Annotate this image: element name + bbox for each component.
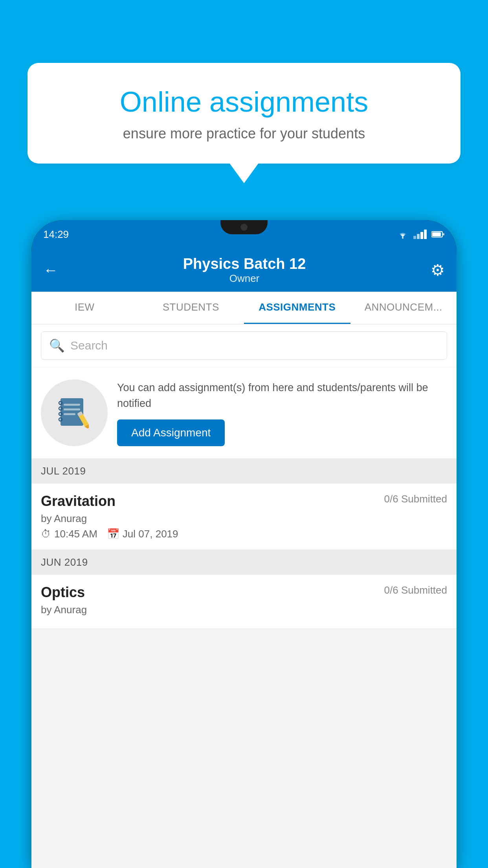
svg-rect-2: [432, 232, 441, 236]
assignment-time: 10:45 AM: [54, 528, 97, 540]
assignment-time-item: ⏱ 10:45 AM: [41, 528, 97, 540]
assignment-row-top-optics: Optics 0/6 Submitted: [41, 584, 447, 601]
assignment-row-top: Gravitation 0/6 Submitted: [41, 493, 447, 509]
phone-frame: 14:29: [31, 220, 457, 868]
assignment-submitted-optics: 0/6 Submitted: [384, 584, 447, 596]
signal-bar-2: [417, 234, 420, 239]
svg-point-0: [402, 237, 404, 239]
svg-rect-7: [64, 413, 75, 415]
bubble-title: Online assignments: [55, 86, 433, 118]
clock-icon: ⏱: [41, 528, 51, 540]
assignment-date: Jul 07, 2019: [123, 528, 178, 540]
signal-bars: [413, 230, 427, 239]
settings-button[interactable]: ⚙: [431, 261, 445, 279]
assignment-date-item: 📅 Jul 07, 2019: [107, 528, 178, 540]
month-header-jun: JUN 2019: [31, 550, 457, 575]
tab-students[interactable]: STUDENTS: [138, 292, 244, 324]
svg-rect-6: [64, 408, 80, 410]
assignment-item-gravitation[interactable]: Gravitation 0/6 Submitted by Anurag ⏱ 10…: [31, 484, 457, 550]
status-icons: [397, 230, 445, 239]
tabs-bar: IEW STUDENTS ASSIGNMENTS ANNOUNCEM...: [31, 292, 457, 324]
month-header-jul: JUL 2019: [31, 459, 457, 484]
svg-rect-5: [64, 404, 80, 406]
tab-announcements[interactable]: ANNOUNCEM...: [350, 292, 457, 324]
promo-description: You can add assignment(s) from here and …: [117, 380, 447, 412]
phone-content: 🔍 Search: [31, 324, 457, 868]
signal-bar-1: [413, 236, 416, 239]
signal-bar-4: [424, 230, 427, 239]
speech-bubble-container: Online assignments ensure more practice …: [28, 63, 460, 164]
assignment-by-optics: by Anurag: [41, 604, 447, 616]
signal-bar-3: [420, 232, 423, 239]
bubble-subtitle: ensure more practice for your students: [55, 125, 433, 142]
speech-bubble: Online assignments ensure more practice …: [28, 63, 460, 164]
svg-rect-3: [443, 233, 444, 235]
assignment-name-optics: Optics: [41, 584, 85, 601]
search-container: 🔍 Search: [31, 324, 457, 367]
tab-iew[interactable]: IEW: [31, 292, 138, 324]
tab-assignments[interactable]: ASSIGNMENTS: [244, 292, 350, 324]
header-center: Physics Batch 12 Owner: [183, 256, 306, 285]
svg-rect-4: [61, 398, 83, 426]
wifi-icon: [397, 230, 409, 239]
notch: [220, 220, 268, 234]
back-button[interactable]: ←: [43, 262, 58, 279]
search-placeholder: Search: [70, 339, 108, 352]
assignment-meta-gravitation: ⏱ 10:45 AM 📅 Jul 07, 2019: [41, 528, 447, 540]
app-header: ← Physics Batch 12 Owner ⚙: [31, 248, 457, 292]
promo-icon-circle: [41, 379, 108, 446]
calendar-icon: 📅: [107, 528, 119, 540]
add-assignment-button[interactable]: Add Assignment: [117, 419, 225, 446]
assignment-submitted-gravitation: 0/6 Submitted: [384, 493, 447, 505]
status-bar: 14:29: [31, 220, 457, 248]
assignment-name-gravitation: Gravitation: [41, 493, 116, 509]
promo-card: You can add assignment(s) from here and …: [31, 368, 457, 458]
header-subtitle: Owner: [183, 272, 306, 285]
camera-dot: [240, 224, 248, 231]
assignment-item-optics[interactable]: Optics 0/6 Submitted by Anurag: [31, 575, 457, 629]
search-bar[interactable]: 🔍 Search: [41, 331, 447, 360]
notebook-icon: [57, 395, 92, 430]
search-icon: 🔍: [49, 338, 65, 353]
status-time: 14:29: [43, 228, 69, 241]
assignment-by-gravitation: by Anurag: [41, 513, 447, 525]
battery-icon: [431, 231, 445, 238]
header-title: Physics Batch 12: [183, 256, 306, 272]
promo-text-area: You can add assignment(s) from here and …: [117, 380, 447, 446]
